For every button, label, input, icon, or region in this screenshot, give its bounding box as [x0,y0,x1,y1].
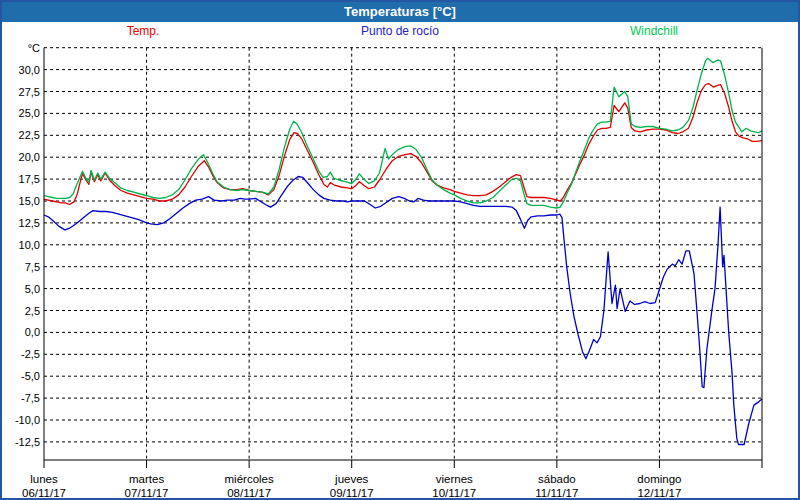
y-tick-label: -10,0 [15,414,40,426]
x-day-label: domingo [637,473,681,485]
x-date-label: 09/11/17 [330,487,374,499]
x-day-label: martes [129,473,164,485]
x-day-label: viernes [436,473,473,485]
x-date-label: 07/11/17 [125,487,169,499]
y-tick-label: -2,5 [21,348,40,360]
series-line-punto-de-roc-o [44,177,762,445]
temperature-chart: 30,027,525,022,520,017,515,012,510,07,55… [2,2,800,500]
x-date-label: 08/11/17 [227,487,271,499]
x-day-label: sábado [538,473,576,485]
y-tick-label: 10,0 [19,239,40,251]
y-tick-label: 30,0 [19,64,40,76]
x-date-label: 06/11/17 [22,487,66,499]
app-window: Temperaturas [°C] Temp. Punto de rocío W… [0,0,800,500]
y-tick-label: 7,5 [25,261,40,273]
y-tick-label: 15,0 [19,195,40,207]
x-day-label: lunes [30,473,58,485]
x-day-label: miércoles [225,473,274,485]
y-tick-label: 12,5 [19,217,40,229]
y-tick-label: 17,5 [19,173,40,185]
y-tick-label: -5,0 [21,370,40,382]
x-date-label: 11/11/17 [535,487,578,499]
series-line-windchill [44,58,762,208]
y-axis-unit-label: °C [28,42,40,54]
x-date-label: 12/11/17 [637,487,681,499]
series-line-temp- [44,84,762,205]
y-tick-label: 27,5 [19,86,40,98]
y-tick-label: -12,5 [15,436,40,448]
y-tick-label: 5,0 [25,283,40,295]
y-tick-label: -7,5 [21,392,40,404]
x-date-label: 10/11/17 [432,487,476,499]
y-tick-label: 0,0 [25,326,40,338]
y-tick-label: 20,0 [19,151,40,163]
y-tick-label: 2,5 [25,305,40,317]
y-tick-label: 25,0 [19,107,40,119]
y-tick-label: 22,5 [19,129,40,141]
x-day-label: jueves [334,473,368,485]
